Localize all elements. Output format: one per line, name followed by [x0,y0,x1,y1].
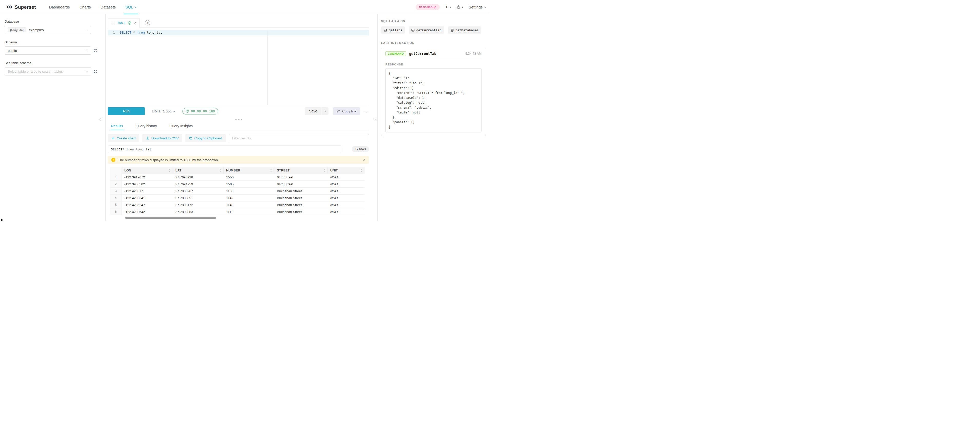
chevron-right-icon [373,118,376,121]
database-value: examples [29,28,44,32]
chevron-down-icon [86,49,89,52]
sort-icon [166,169,170,172]
table-schema-field: See table schema Select table or type to… [5,61,105,75]
panel-resize-handle[interactable] [108,117,369,122]
create-chart-button[interactable]: Create chart [108,134,139,142]
table-select[interactable]: Select table or type to search tables [5,67,91,75]
more-actions-button[interactable]: ... [364,109,369,114]
chevron-down-icon [449,6,451,8]
environment-tag: flask-debug [416,4,439,10]
superset-brand[interactable]: ∞ Superset [0,3,36,11]
settings-menu[interactable]: Settings [469,5,486,9]
column-header-lon[interactable]: LON [122,167,173,174]
database-label: Database [5,19,105,23]
executed-query: SELECT * from long_lat [108,145,341,153]
sort-icon [358,169,363,172]
sort-icon [268,169,272,172]
response-label: RESPONSE [385,63,482,66]
table-select-placeholder: Select table or type to search tables [8,70,63,73]
database-select[interactable]: postgresql examples [5,26,91,34]
schema-select[interactable]: public [5,46,91,55]
api-buttons: getTabs getCurrentTab getDatabases [381,26,486,34]
command-timestamp: 9:34:48 AM [465,52,482,56]
left-sidebar: Database postgresql examples Schema publ… [0,14,106,221]
nav-sql[interactable]: SQL [121,0,141,14]
schema-value: public [8,49,17,53]
chevron-left-icon [100,118,102,121]
query-preview-row: SELECT * from long_lat 1k rows [108,145,369,153]
nav-datasets[interactable]: Datasets [95,0,121,14]
chevron-down-icon [86,28,89,31]
column-header-number[interactable]: NUMBER [224,167,274,174]
add-tab-button[interactable]: + [145,20,150,26]
api-getcurrenttab-button[interactable]: getCurrentTab [409,26,444,34]
editor-print-margin [267,30,268,105]
copy-icon [189,136,192,140]
filter-results-input[interactable] [229,134,369,142]
sun-icon [457,5,460,9]
plus-icon: + [445,4,448,10]
download-csv-button[interactable]: Download to CSV [142,134,182,142]
editor-toolbar: Run LIMIT: 1 000 00:00:00.189 Save Copy … [108,105,369,117]
navbar-right: flask-debug + Settings [416,4,490,10]
dismiss-warning-button[interactable]: × [363,158,365,162]
row-limit-dropdown[interactable]: LIMIT: 1 000 [152,109,175,113]
sql-editor[interactable]: 1 SELECT * from long_lat [108,30,369,105]
sort-icon [321,169,325,172]
column-header-lat[interactable]: LAT [173,167,224,174]
editor-line-number: 1 [108,30,118,35]
column-header-unit[interactable]: UNIT [328,167,364,174]
nav-charts[interactable]: Charts [75,0,95,14]
theme-toggle-button[interactable] [457,5,463,9]
tab-query-insights[interactable]: Query Insights [169,122,193,130]
clock-icon [186,109,189,113]
collapse-right-panel-button[interactable] [372,117,377,122]
brand-name: Superset [14,4,36,10]
collapse-left-panel-button[interactable] [99,117,103,122]
schema-field: Schema public [5,40,105,55]
nav-dashboards[interactable]: Dashboards [44,0,75,14]
table-row: 2 -122.3908502 37.7694259 1505 04th Stre… [110,181,364,188]
table-scroll-track [110,217,364,219]
database-type-tag: postgresql [8,27,26,32]
table-row: 1 -122.3912672 37.7690928 1550 04th Stre… [110,174,364,181]
api-gettabs-button[interactable]: getTabs [381,26,405,34]
save-query-button[interactable]: Save [305,107,321,115]
table-header-row: LON LAT NUMBER STREET UNIT [110,167,364,174]
table-row: 6 -122.4289542 37.7802883 1111 Buchanan … [110,208,364,215]
save-options-button[interactable] [322,107,328,115]
last-interaction-title: LAST INTERACTION [381,41,486,45]
mouse-cursor [0,218,4,221]
copy-link-button[interactable]: Copy link [333,107,360,115]
table-row: 4 -122.4285341 37.780385 1142 Buchanan S… [110,195,364,201]
new-item-button[interactable]: + [445,5,451,10]
query-tab-1[interactable]: ⋮⋮ Tab 1 × [108,18,140,28]
interaction-card: COMMAND getCurrentTab 9:34:48 AM RESPONS… [381,48,486,136]
editor-tabstrip: ⋮⋮ Tab 1 × + [108,18,369,28]
refresh-icon [93,48,98,53]
column-header-street[interactable]: STREET [274,167,328,174]
caret-down-icon [173,111,175,112]
row-count-badge: 1k rows [352,146,369,152]
horizontal-scrollbar[interactable] [125,217,216,219]
link-icon [337,109,340,113]
refresh-icon [93,69,98,74]
database-icon [450,29,454,32]
close-tab-icon[interactable]: × [134,21,137,25]
drag-handle-icon[interactable]: ⋮⋮ [111,21,115,25]
schema-label: Schema [5,40,105,44]
chevron-down-icon [484,6,486,8]
refresh-schemas-button[interactable] [93,48,98,53]
tab-results[interactable]: Results [110,122,124,130]
top-navbar: ∞ Superset Dashboards Charts Datasets SQ… [0,0,490,14]
chevron-down-icon [461,6,464,8]
api-getdatabases-button[interactable]: getDatabases [448,26,481,34]
results-tabbar: Results Query history Query Insights [108,122,369,131]
copy-clipboard-button[interactable]: Copy to Clipboard [185,134,226,142]
refresh-tables-button[interactable] [93,69,98,74]
command-badge: COMMAND [385,51,406,56]
warning-icon: ! [111,158,115,162]
run-query-button[interactable]: Run [108,107,145,115]
superset-app: ∞ Superset Dashboards Charts Datasets SQ… [0,0,490,221]
tab-query-history[interactable]: Query history [135,122,158,130]
